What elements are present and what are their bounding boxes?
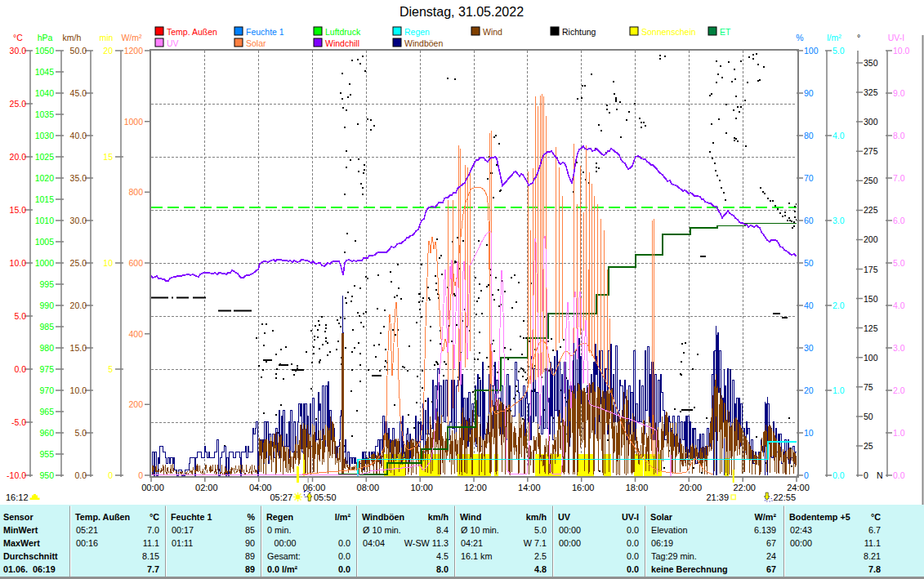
svg-text:25.0: 25.0: [10, 99, 27, 109]
svg-text:%: %: [796, 33, 803, 42]
svg-text:100: 100: [804, 46, 819, 56]
svg-text:325: 325: [864, 87, 878, 97]
svg-text:keine Berechnung: keine Berechnung: [651, 564, 728, 574]
svg-text:15.0: 15.0: [70, 343, 87, 353]
svg-text:Elevation: Elevation: [651, 525, 687, 535]
svg-text:985: 985: [39, 322, 54, 332]
svg-text:10:00: 10:00: [410, 483, 433, 492]
svg-text:04:00: 04:00: [249, 483, 272, 492]
svg-text:5.0: 5.0: [534, 525, 547, 535]
svg-text:15.0: 15.0: [10, 205, 27, 215]
svg-text:16:12: 16:12: [6, 492, 29, 502]
svg-text:06:00: 06:00: [303, 483, 326, 492]
svg-text:hPa: hPa: [38, 33, 53, 42]
svg-text:400: 400: [128, 329, 143, 339]
svg-text:75: 75: [864, 382, 873, 392]
svg-text:02:00: 02:00: [195, 483, 218, 492]
svg-text:40: 40: [804, 301, 814, 310]
svg-text:18:00: 18:00: [626, 483, 649, 492]
svg-text:70: 70: [804, 173, 814, 183]
svg-text:0: 0: [138, 470, 143, 480]
svg-text:21:39: 21:39: [706, 492, 729, 502]
svg-text:00:17: 00:17: [172, 525, 194, 535]
svg-text:°C: °C: [150, 512, 159, 522]
svg-text:7.0: 7.0: [147, 525, 159, 535]
svg-text:UV: UV: [558, 512, 571, 522]
svg-text:ET: ET: [720, 27, 731, 37]
svg-text:20: 20: [103, 46, 113, 56]
svg-text:0.0: 0.0: [338, 551, 350, 561]
svg-text:00:00: 00:00: [790, 538, 812, 548]
svg-text:00:00: 00:00: [267, 538, 296, 548]
svg-text:9.0: 9.0: [893, 88, 905, 98]
svg-text:6.7: 6.7: [868, 525, 881, 535]
svg-text:30: 30: [804, 343, 814, 353]
svg-text:250: 250: [864, 176, 878, 185]
svg-text:00:16: 00:16: [76, 538, 98, 548]
svg-text:24:00: 24:00: [787, 483, 810, 492]
svg-text:Ø 10 min.: Ø 10 min.: [461, 525, 499, 535]
svg-text:5.0: 5.0: [74, 428, 87, 438]
svg-text:975: 975: [39, 364, 54, 374]
svg-text:22:00: 22:00: [733, 483, 756, 492]
svg-text:Wind: Wind: [483, 27, 502, 37]
svg-text:2.0: 2.0: [893, 385, 905, 395]
svg-text:15: 15: [103, 152, 113, 162]
svg-text:°: °: [857, 33, 860, 42]
svg-text:8.0: 8.0: [893, 131, 905, 140]
svg-text:7.0: 7.0: [893, 173, 905, 183]
svg-text:89: 89: [245, 564, 255, 574]
svg-text:4.8: 4.8: [534, 564, 547, 574]
svg-text:8.0: 8.0: [436, 564, 449, 574]
svg-text:1015: 1015: [35, 194, 55, 204]
svg-text:W/m²: W/m²: [121, 33, 142, 42]
svg-text:Luftdruck: Luftdruck: [325, 27, 361, 37]
svg-text:-5.0: -5.0: [11, 417, 26, 427]
svg-text:11.1: 11.1: [143, 538, 159, 548]
svg-text:125: 125: [864, 323, 878, 333]
svg-text:04:21: 04:21: [461, 538, 483, 548]
svg-text:980: 980: [39, 343, 54, 353]
svg-text:50: 50: [804, 258, 814, 268]
svg-text:0.0: 0.0: [74, 470, 87, 480]
svg-text:UV-I: UV-I: [622, 512, 639, 522]
svg-text:350: 350: [864, 58, 878, 68]
svg-text:Richtung: Richtung: [562, 27, 596, 37]
svg-text:Feuchte 1: Feuchte 1: [246, 27, 284, 37]
svg-text:90: 90: [245, 538, 255, 548]
svg-text:14:00: 14:00: [518, 483, 541, 492]
svg-text:Solar: Solar: [246, 38, 266, 48]
svg-text:Tag:29 min.: Tag:29 min.: [651, 551, 697, 561]
svg-text:67: 67: [766, 564, 776, 574]
svg-text:1025: 1025: [35, 152, 55, 162]
svg-text:7.8: 7.8: [868, 564, 881, 574]
svg-text:35.0: 35.0: [70, 173, 87, 183]
svg-text:1035: 1035: [35, 109, 55, 119]
svg-text:4.5: 4.5: [436, 551, 449, 561]
svg-text:%: %: [247, 512, 255, 522]
svg-text:-10.0: -10.0: [7, 470, 26, 480]
svg-text:275: 275: [864, 146, 878, 156]
svg-text:Ø 10 min.: Ø 10 min.: [363, 525, 401, 535]
svg-text:1005: 1005: [35, 237, 55, 247]
svg-text:0: 0: [804, 470, 809, 480]
svg-text:995: 995: [39, 279, 54, 289]
svg-text:16.1 km: 16.1 km: [461, 551, 492, 561]
svg-text:UV-I: UV-I: [888, 33, 904, 42]
svg-text:25.0: 25.0: [70, 258, 87, 268]
svg-text:l/m²: l/m²: [335, 512, 351, 522]
svg-text:8.21: 8.21: [864, 551, 881, 561]
svg-text:Wind: Wind: [460, 512, 481, 522]
svg-text:1045: 1045: [35, 67, 55, 77]
svg-text:22:55: 22:55: [774, 492, 797, 502]
svg-text:10: 10: [804, 428, 814, 438]
svg-text:600: 600: [128, 258, 143, 268]
svg-text:05:27: 05:27: [270, 492, 292, 502]
svg-text:30.0: 30.0: [70, 216, 87, 225]
svg-text:km/h: km/h: [526, 512, 547, 522]
svg-text:8.15: 8.15: [142, 551, 159, 561]
svg-text:Dienstag, 31.05.2022: Dienstag, 31.05.2022: [400, 5, 524, 19]
svg-text:950: 950: [39, 470, 54, 480]
svg-text:Gesamt:: Gesamt:: [267, 551, 301, 561]
svg-text:67: 67: [766, 538, 776, 548]
